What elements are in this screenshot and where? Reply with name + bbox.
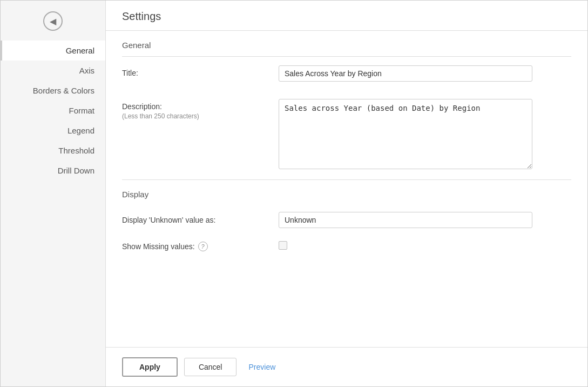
description-textarea[interactable]	[279, 99, 532, 169]
sidebar-item-legend[interactable]: Legend	[1, 121, 105, 141]
apply-button[interactable]: Apply	[122, 357, 178, 377]
missing-label-container: Show Missing values: ?	[122, 242, 279, 251]
cancel-button[interactable]: Cancel	[184, 358, 237, 376]
unknown-value-row: Display 'Unknown' value as:	[122, 205, 571, 235]
description-sublabel: (Less than 250 characters)	[122, 112, 279, 120]
title-label: Title:	[122, 65, 279, 77]
sidebar-item-format[interactable]: Format	[1, 101, 105, 121]
page-title: Settings	[122, 10, 571, 23]
general-section-title: General	[122, 31, 571, 56]
unknown-value-input[interactable]	[279, 212, 532, 228]
description-label-container: Description: (Less than 250 characters)	[122, 99, 279, 120]
missing-label: Show Missing values:	[122, 242, 195, 251]
unknown-label: Display 'Unknown' value as:	[122, 216, 279, 224]
description-label: Description:	[122, 102, 162, 111]
title-input[interactable]	[279, 65, 532, 82]
title-row: Title:	[122, 57, 571, 90]
back-button[interactable]: ◀	[1, 6, 105, 41]
sidebar-item-drill-down[interactable]: Drill Down	[1, 161, 105, 181]
main-panel: Settings General Title: Description: (Le…	[106, 1, 587, 386]
back-icon[interactable]: ◀	[43, 11, 63, 31]
description-row: Description: (Less than 250 characters)	[122, 90, 571, 179]
sidebar: ◀ General Axis Borders & Colors Format L…	[1, 1, 106, 386]
display-section-title: Display	[122, 180, 571, 205]
title-field-container	[279, 65, 532, 82]
preview-button[interactable]: Preview	[243, 358, 281, 376]
sidebar-item-threshold[interactable]: Threshold	[1, 141, 105, 161]
description-field-container	[279, 99, 532, 171]
missing-values-checkbox[interactable]	[279, 241, 287, 250]
unknown-field-container	[279, 212, 532, 228]
sidebar-item-axis[interactable]: Axis	[1, 61, 105, 81]
sidebar-item-borders-colors[interactable]: Borders & Colors	[1, 81, 105, 101]
main-content: General Title: Description: (Less than 2…	[106, 31, 587, 347]
missing-values-row: Show Missing values: ?	[122, 235, 571, 258]
sidebar-item-general[interactable]: General	[1, 41, 105, 61]
main-footer: Apply Cancel Preview	[106, 347, 587, 386]
help-icon[interactable]: ?	[198, 242, 208, 251]
missing-checkbox-container	[279, 241, 287, 251]
main-header: Settings	[106, 1, 587, 31]
